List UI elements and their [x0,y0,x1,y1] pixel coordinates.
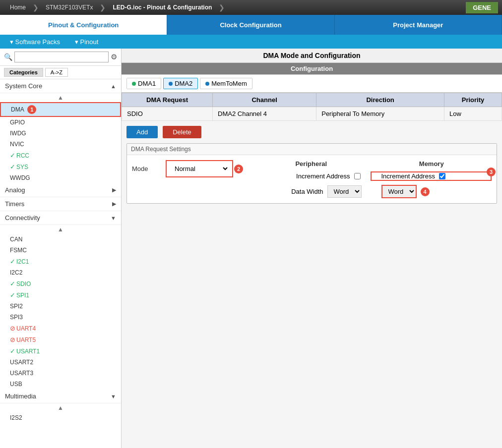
multimedia-items: I2S2 [0,412,121,423]
search-icon: 🔍 [4,53,12,61]
sidebar-section-analog: Analog ▶ [0,183,121,197]
sub-tab-bar: ▾ Software Packs ▾ Pinout [0,35,502,49]
dma-tab-dma1[interactable]: DMA1 [126,78,161,89]
chevron-down-icon-multimedia: ▼ [111,393,116,399]
sidebar-item-i2c1[interactable]: ✓I2C1 [0,256,121,267]
config-label: Configuration [122,63,502,75]
mode-select-container: Normal Circular 2 [166,160,233,177]
sidebar-item-sys[interactable]: ✓SYS [0,161,121,172]
sidebar-section-label-system-core: System Core [5,82,42,90]
table-row[interactable]: SDIO DMA2 Channel 4 Peripheral To Memory… [122,107,502,121]
tab-clock-config[interactable]: Clock Configuration [167,15,334,35]
sidebar-section-header-connectivity[interactable]: Connectivity ▼ [0,211,121,225]
sidebar-section-header-analog[interactable]: Analog ▶ [0,183,121,197]
cell-direction: Peripheral To Memory [316,107,444,121]
dma-tab-dma2[interactable]: DMA2 [163,78,198,89]
dma-settings: DMA Request Settings Mode Normal Circula… [126,143,497,204]
search-input[interactable] [14,52,109,62]
increment-checkbox-memory[interactable] [439,173,445,179]
badge-4: 4 [421,187,430,196]
sidebar-item-nvic[interactable]: NVIC [0,139,121,150]
sidebar-section-connectivity: Connectivity ▼ ▲ CAN FSMC ✓I2C1 I2C2 ✓SD… [0,211,121,390]
sidebar-item-can[interactable]: CAN [0,234,121,245]
col-header-channel: Channel [213,93,316,107]
sidebar-section-label-analog: Analog [5,186,25,194]
sidebar-section-header-multimedia[interactable]: Multimedia ▼ [0,390,121,403]
chevron-down-icon-connectivity: ▼ [111,215,116,221]
sidebar-tab-categories[interactable]: Categories [4,68,43,77]
chevron-right-icon-analog: ▶ [112,187,116,193]
cell-priority: Low [444,107,502,121]
generate-button[interactable]: GENE [466,2,498,13]
cell-channel: DMA2 Channel 4 [213,107,316,121]
memory-col-header: Memory [419,160,444,168]
data-width-label: Data Width [291,188,323,195]
connectivity-scroll-up[interactable]: ▲ [0,225,121,234]
tab-pinout-config[interactable]: Pinout & Configuration [0,15,167,35]
sub-tab-pinout[interactable]: ▾ Pinout [75,38,98,46]
sidebar-item-rcc[interactable]: ✓RCC [0,150,121,161]
sidebar-item-spi1[interactable]: ✓SPI1 [0,289,121,301]
system-core-items: DMA 1 GPIO IWDG NVIC ✓RCC ✓SYS WWDG [0,102,121,183]
dma-tab-row: DMA1 DMA2 MemToMem [122,75,502,93]
breadcrumb-arrow-1: ❯ [33,3,39,11]
memtomem-label: MemToMem [211,80,247,87]
delete-button[interactable]: Delete [163,126,201,138]
peripheral-col-header: Peripheral [295,160,327,168]
increment-checkbox-peripheral[interactable] [354,173,361,179]
sidebar-section-multimedia: Multimedia ▼ ▲ I2S2 [0,390,121,423]
sidebar-section-timers: Timers ▶ [0,197,121,211]
sidebar-item-usart1[interactable]: ✓USART1 [0,345,121,357]
sidebar-section-system-core: System Core ▲ ▲ DMA 1 GPIO IWDG NVIC ✓RC… [0,79,121,183]
sidebar-item-i2c2[interactable]: I2C2 [0,267,121,278]
col-header-priority: Priority [444,93,502,107]
sidebar-item-gpio[interactable]: GPIO [0,117,121,128]
dma1-dot [132,82,136,86]
col-header-request: DMA Request [122,93,213,107]
sidebar-section-header-timers[interactable]: Timers ▶ [0,197,121,211]
scroll-up-btn[interactable]: ▲ [0,93,121,102]
breadcrumb-current[interactable]: LED-G.ioc - Pinout & Configuration [107,0,218,15]
sidebar-item-dma[interactable]: DMA 1 [0,102,121,117]
multimedia-scroll-up[interactable]: ▲ [0,403,121,412]
sidebar-section-header-system-core[interactable]: System Core ▲ [0,79,121,93]
connectivity-items: CAN FSMC ✓I2C1 I2C2 ✓SDIO ✓SPI1 SPI2 SPI… [0,234,121,390]
sidebar-item-spi2[interactable]: SPI2 [0,301,121,312]
sidebar-item-fsmc[interactable]: FSMC [0,245,121,256]
badge-3: 3 [487,168,496,176]
breadcrumb-home[interactable]: Home [4,0,32,15]
content-area: DMA Mode and Configuration Configuration… [122,49,502,448]
tab-project-manager[interactable]: Project Manager [335,15,502,35]
mode-select[interactable]: Normal Circular [170,163,229,174]
dma-table: DMA Request Channel Direction Priority S… [122,93,502,121]
breadcrumb-device[interactable]: STM32F103VETx [40,0,99,15]
sidebar-item-uart5[interactable]: ⊘UART5 [0,334,121,345]
sidebar-item-spi3[interactable]: SPI3 [0,312,121,323]
add-button[interactable]: Add [126,126,158,138]
sidebar-item-i2s2[interactable]: I2S2 [0,412,121,423]
data-width-select-memory[interactable]: Word [381,185,417,198]
dma1-label: DMA1 [138,80,156,87]
data-width-select-peripheral[interactable]: Word [327,185,362,198]
dma-settings-title: DMA Request Settings [127,144,497,155]
sidebar-item-sdio[interactable]: ✓SDIO [0,278,121,289]
sidebar-item-uart4[interactable]: ⊘UART4 [0,323,121,334]
sidebar-item-wwdg[interactable]: WWDG [0,172,121,183]
badge-2: 2 [234,165,243,173]
dma-settings-body: Mode Normal Circular 2 [127,155,497,203]
sidebar-item-usb[interactable]: USB [0,379,121,390]
sidebar-item-usart3[interactable]: USART3 [0,368,121,379]
gear-icon[interactable]: ⚙ [111,53,117,61]
content-title: DMA Mode and Configuration [122,49,502,63]
sidebar-search-row: 🔍 ⚙ [0,49,121,66]
sidebar-item-iwdg[interactable]: IWDG [0,128,121,139]
sidebar-tab-az[interactable]: A->Z [45,68,68,77]
sidebar-item-usart2[interactable]: USART2 [0,357,121,368]
breadcrumb-arrow-3: ❯ [219,3,225,11]
dma2-dot [169,82,173,86]
dma-tab-memtomem[interactable]: MemToMem [200,78,252,89]
sub-tab-software-packs[interactable]: ▾ Software Packs [10,38,60,46]
sidebar-section-label-timers: Timers [5,200,24,208]
dma2-label: DMA2 [175,80,192,87]
sidebar-tab-row: Categories A->Z [0,66,121,79]
